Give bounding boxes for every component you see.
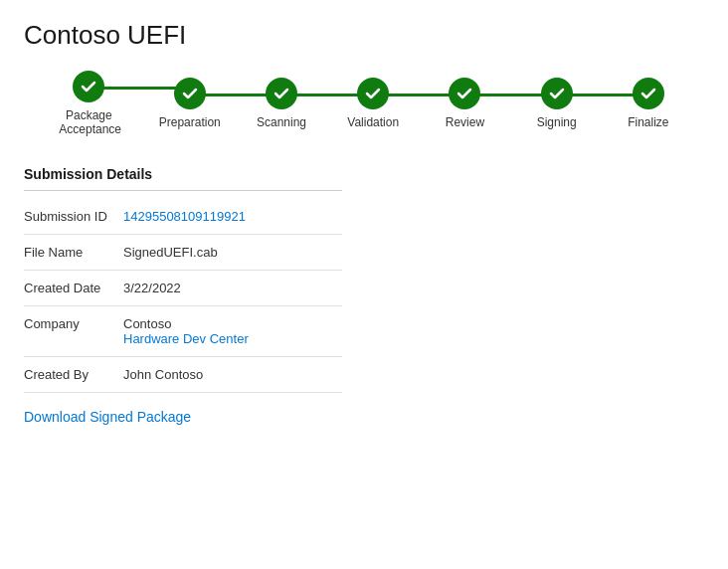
checkmark-icon <box>549 86 565 101</box>
step-label-signing: Signing <box>537 115 577 129</box>
step-validation: Validation <box>327 78 419 129</box>
checkmark-icon <box>81 79 96 95</box>
step-circle-finalize <box>633 78 664 109</box>
label-created-by: Created By <box>24 367 123 382</box>
detail-row-created-date: Created Date 3/22/2022 <box>24 271 342 306</box>
step-circle-signing <box>541 78 573 109</box>
step-finalize: Finalize <box>603 78 694 129</box>
value-submission-id[interactable]: 14295508109119921 <box>123 209 246 224</box>
label-company: Company <box>24 316 123 331</box>
label-submission-id: Submission ID <box>24 209 123 224</box>
step-preparation: Preparation <box>144 78 236 129</box>
step-label-scanning: Scanning <box>257 115 306 129</box>
detail-row-created-by: Created By John Contoso <box>24 357 342 393</box>
step-label-finalize: Finalize <box>628 115 668 129</box>
label-created-date: Created Date <box>24 281 123 295</box>
detail-row-company: Company Contoso Hardware Dev Center <box>24 306 342 357</box>
step-circle-review <box>449 78 480 109</box>
step-label-validation: Validation <box>347 115 399 129</box>
value-company: Contoso Hardware Dev Center <box>123 316 249 346</box>
step-circle-package-acceptance <box>73 71 104 102</box>
step-label-review: Review <box>446 115 484 129</box>
label-file-name: File Name <box>24 245 123 260</box>
progress-steps: Package Acceptance Preparation Scanning <box>34 71 694 136</box>
download-section: Download Signed Package <box>24 393 342 433</box>
detail-row-submission-id: Submission ID 14295508109119921 <box>24 199 342 235</box>
step-signing: Signing <box>511 78 603 129</box>
value-file-name: SignedUEFI.cab <box>123 245 218 260</box>
checkmark-icon <box>456 86 472 101</box>
checkmark-icon <box>640 86 656 101</box>
company-hardware-link[interactable]: Hardware Dev Center <box>123 331 249 346</box>
checkmark-icon <box>273 86 289 101</box>
detail-row-file-name: File Name SignedUEFI.cab <box>24 235 342 271</box>
step-label-preparation: Preparation <box>159 115 221 129</box>
step-label-package-acceptance: Package Acceptance <box>59 108 118 136</box>
download-signed-package-link[interactable]: Download Signed Package <box>24 409 191 425</box>
step-circle-validation <box>357 78 389 109</box>
checkmark-icon <box>182 86 198 101</box>
step-scanning: Scanning <box>236 78 327 129</box>
step-circle-preparation <box>174 78 206 109</box>
step-circle-scanning <box>266 78 297 109</box>
checkmark-icon <box>365 86 381 101</box>
step-package-acceptance: Package Acceptance <box>34 71 144 136</box>
value-created-by: John Contoso <box>123 367 203 382</box>
step-review: Review <box>419 78 510 129</box>
submission-details-title: Submission Details <box>24 166 342 191</box>
submission-details-section: Submission Details Submission ID 1429550… <box>24 166 342 433</box>
progress-bar: Package Acceptance Preparation Scanning <box>24 71 704 136</box>
value-created-date: 3/22/2022 <box>123 281 181 295</box>
page-title: Contoso UEFI <box>24 20 704 51</box>
